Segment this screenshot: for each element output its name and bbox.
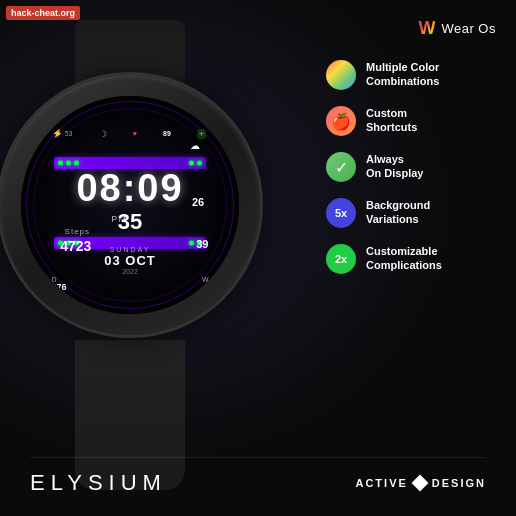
watch-date-main: 03 OCT (104, 253, 156, 268)
watch-face-content: ⚡ 53 ☽ ♥ 89 + (21, 96, 239, 314)
bottom-divider (30, 457, 486, 458)
feature-comp-subtitle: Complications (366, 258, 442, 272)
watch-container: ⚡ 53 ☽ ♥ 89 + (0, 20, 290, 490)
feature-always-on-display: ✓ Always On Display (326, 152, 501, 182)
diamond-icon (411, 475, 428, 492)
brand-name: ACTIVE DESIGN (355, 477, 486, 489)
watermark: hack-cheat.org (6, 6, 80, 20)
feature-display-title: Always (366, 152, 423, 166)
watch-right-num: 39 (196, 238, 208, 250)
feature-color-text: Multiple Color Combinations (366, 60, 439, 89)
feature-shortcuts-icon: 🍎 (326, 106, 356, 136)
plus-icon: + (197, 129, 206, 139)
watch-w-label: W (202, 276, 209, 283)
watch-face: ⚡ 53 ☽ ♥ 89 + (21, 96, 239, 314)
green-dot-5 (197, 161, 202, 166)
heart-icon: ♥ (133, 130, 137, 137)
watch-side-num: 26 (192, 196, 204, 208)
feature-color-icon (326, 60, 356, 90)
feature-display-text: Always On Display (366, 152, 423, 181)
green-dot-9 (189, 240, 194, 245)
feature-bg-text: Background Variations (366, 198, 430, 227)
feature-shortcuts-title: Custom (366, 106, 417, 120)
watch-steps-label: Steps (65, 227, 90, 236)
watch-steps-value: 4723 (60, 238, 91, 254)
feature-background-variations: 5x Background Variations (326, 198, 501, 228)
green-dot-1 (58, 161, 63, 166)
feature-shortcuts-text: Custom Shortcuts (366, 106, 417, 135)
feature-color-combinations: Multiple Color Combinations (326, 60, 501, 90)
app-name: ELYSIUM (30, 470, 167, 496)
features-panel: Multiple Color Combinations 🍎 Custom Sho… (326, 60, 501, 274)
watch-d-value: 276 (52, 282, 67, 292)
wear-os-badge: W Wear Os (418, 18, 496, 39)
green-dot-3 (74, 161, 79, 166)
green-dot-4 (189, 161, 194, 166)
watch-seconds: 35 (118, 209, 142, 235)
lightning-icon: ⚡ (52, 129, 62, 138)
wear-os-text: Wear Os (441, 21, 496, 36)
feature-bg-title: Background (366, 198, 430, 212)
feature-display-subtitle: On Display (366, 166, 423, 180)
brand-label: ACTIVE (355, 477, 407, 489)
moon-icon: ☽ (99, 129, 107, 139)
feature-shortcuts-subtitle: Shortcuts (366, 120, 417, 134)
watch-date-year: 2022 (104, 268, 156, 275)
feature-comp-text: Customizable Complications (366, 244, 442, 273)
bottom-bar: ELYSIUM ACTIVE DESIGN (0, 470, 516, 496)
green-dot-2 (66, 161, 71, 166)
feature-bg-subtitle: Variations (366, 212, 430, 226)
heart-rate-value: 89 (163, 130, 171, 137)
feature-display-icon: ✓ (326, 152, 356, 182)
watch-case: ⚡ 53 ☽ ♥ 89 + (0, 75, 260, 335)
watch-time: 08:09 (76, 166, 183, 209)
feature-bg-icon: 5x (326, 198, 356, 228)
feature-comp-title: Customizable (366, 244, 442, 258)
cloud-icon: ☁ (190, 140, 200, 151)
feature-custom-shortcuts: 🍎 Custom Shortcuts (326, 106, 501, 136)
wear-os-logo: W (418, 18, 435, 39)
feature-customizable-complications: 2x Customizable Complications (326, 244, 501, 274)
feature-comp-icon: 2x (326, 244, 356, 274)
brand-suffix: DESIGN (432, 477, 486, 489)
watch-date-day: Sunday (104, 246, 156, 253)
watch-date: Sunday 03 OCT 2022 (104, 246, 156, 275)
top-indicators: ⚡ 53 ☽ ♥ 89 + (54, 129, 207, 139)
feature-color-subtitle: Combinations (366, 74, 439, 88)
watch-band-bottom (75, 340, 185, 490)
feature-color-title: Multiple Color (366, 60, 439, 74)
